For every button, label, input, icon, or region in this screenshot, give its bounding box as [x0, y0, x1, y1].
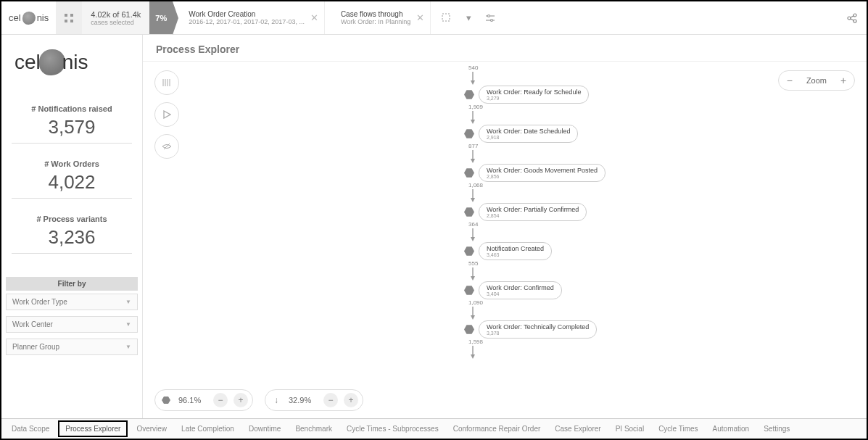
process-flow: 540Work Order: Ready for Schedule3,2791,… — [464, 65, 605, 360]
svg-marker-21 — [471, 80, 475, 85]
cases-count: 4.02k of 61.4k — [91, 10, 141, 19]
filter-chip-0[interactable]: Work Order Creation 2016-12, 2017-01, 20… — [183, 1, 325, 34]
svg-line-12 — [851, 15, 854, 17]
node-pill: Work Order: Technically Completed3,378 — [479, 320, 597, 339]
svg-rect-3 — [70, 20, 73, 22]
connections-slider: ↓ 32.9% − + — [265, 389, 363, 411]
edge-count: 1,090 — [468, 299, 605, 306]
filter-chip-1[interactable]: Case flows through Work Order: In Planni… — [335, 1, 431, 34]
menu-button[interactable] — [56, 1, 82, 34]
chevron-down-icon[interactable]: ▾ — [460, 9, 477, 27]
hexagon-icon — [464, 168, 474, 178]
edge-count: 555 — [468, 260, 605, 267]
hexagon-icon — [464, 286, 474, 296]
node-pill: Notification Created3,463 — [479, 242, 552, 260]
activities-slider: 96.1% − + — [154, 389, 253, 411]
zoom-out-button[interactable]: − — [779, 75, 801, 86]
tab-pi-social[interactable]: PI Social — [610, 422, 650, 436]
hexagon-icon — [464, 90, 474, 100]
svg-rect-1 — [70, 14, 73, 17]
tab-downtime[interactable]: Downtime — [243, 422, 286, 436]
dropdown-work-center[interactable]: Work Center▼ — [6, 316, 138, 333]
hexagon-icon — [464, 325, 474, 335]
hexagon-icon — [464, 246, 474, 257]
flow-node[interactable]: Work Order: Goods Movement Posted2,856 — [464, 164, 605, 182]
tab-case-explorer[interactable]: Case Explorer — [549, 422, 606, 436]
tab-data-scope[interactable]: Data Scope — [6, 422, 55, 436]
svg-marker-35 — [471, 354, 475, 359]
close-icon[interactable]: ✕ — [310, 12, 318, 23]
edge-count: 1,909 — [468, 104, 605, 110]
svg-rect-0 — [65, 14, 67, 17]
svg-rect-2 — [65, 20, 67, 22]
share-icon[interactable] — [838, 1, 867, 34]
tab-overview[interactable]: Overview — [131, 422, 173, 436]
tab-cycle-times[interactable]: Cycle Times — [653, 422, 703, 436]
detail-sliders: 96.1% − + ↓ 32.9% − + — [154, 389, 363, 411]
chevron-down-icon: ▼ — [125, 344, 131, 350]
svg-marker-29 — [471, 237, 475, 241]
canvas-tools — [154, 70, 179, 159]
edge-count: 1,068 — [468, 182, 605, 188]
node-pill: Work Order: Goods Movement Posted2,856 — [479, 164, 605, 182]
sidebar: celnis # Notifications raised 3,579 # Wo… — [1, 35, 143, 418]
svg-marker-23 — [471, 120, 475, 124]
visibility-icon[interactable] — [154, 134, 179, 159]
top-bar: celnis 4.02k of 61.4k cases selected 7% … — [1, 1, 867, 35]
tab-benchmark[interactable]: Benchmark — [289, 422, 338, 436]
zoom-in-button[interactable]: + — [832, 75, 854, 86]
page-title: Process Explorer — [143, 35, 867, 61]
node-pill: Work Order: Date Scheduled2,918 — [479, 125, 578, 143]
flow-node[interactable]: Work Order: Ready for Schedule3,279 — [464, 86, 605, 104]
settings-slider-icon[interactable] — [481, 9, 499, 27]
hexagon-icon — [160, 394, 173, 407]
hexagon-icon — [464, 129, 474, 139]
flow-node[interactable]: Work Order: Partially Confirmed2,854 — [464, 203, 605, 221]
tab-process-explorer[interactable]: Process Explorer — [58, 420, 128, 437]
increase-connections-button[interactable]: + — [344, 393, 358, 407]
logo-blob-icon — [39, 49, 65, 75]
zoom-label: Zoom — [801, 76, 832, 85]
kpi-notifications: # Notifications raised 3,579 — [12, 104, 132, 144]
edge-count: 364 — [468, 221, 605, 228]
flow-node[interactable]: Work Order: Date Scheduled2,918 — [464, 125, 605, 143]
process-canvas[interactable]: − Zoom + 540Work Order: Ready for Schedu… — [143, 61, 867, 418]
decrease-connections-button[interactable]: − — [323, 393, 338, 407]
svg-point-8 — [491, 19, 493, 21]
tab-cycle-times-subprocesses[interactable]: Cycle Times - Subprocesses — [341, 422, 445, 436]
dropdown-planner-group[interactable]: Planner Group▼ — [6, 339, 138, 355]
tab-conformance-repair-order[interactable]: Conformance Repair Order — [447, 422, 547, 436]
svg-point-10 — [853, 14, 856, 17]
measure-icon[interactable] — [154, 70, 179, 95]
main-panel: Process Explorer − Zoom + 540Work Order: — [143, 35, 867, 418]
close-icon[interactable]: ✕ — [416, 12, 424, 23]
decrease-activities-button[interactable]: − — [213, 393, 228, 407]
svg-rect-4 — [442, 14, 450, 21]
logo-small: celnis — [1, 1, 56, 34]
tab-settings[interactable]: Settings — [758, 422, 795, 436]
flow-node[interactable]: Notification Created3,463 — [464, 242, 605, 260]
svg-marker-33 — [471, 315, 475, 320]
flow-node[interactable]: Work Order: Confirmed3,404 — [464, 281, 605, 299]
svg-point-11 — [853, 20, 856, 22]
selection-tools: ▾ — [431, 1, 506, 34]
increase-activities-button[interactable]: + — [233, 393, 248, 407]
edge-count: 540 — [468, 65, 605, 71]
tab-late-completion[interactable]: Late Completion — [175, 422, 240, 436]
chevron-down-icon: ▼ — [125, 321, 131, 328]
node-pill: Work Order: Confirmed3,404 — [479, 281, 562, 299]
dropdown-work-order-type[interactable]: Work Order Type▼ — [6, 294, 138, 310]
logo-blob-icon — [22, 12, 36, 25]
percent-badge: 7% — [149, 1, 173, 34]
play-icon[interactable] — [154, 102, 179, 127]
svg-point-6 — [488, 14, 490, 17]
sheet-tabs: Data ScopeProcess ExplorerOverviewLate C… — [1, 418, 867, 439]
node-pill: Work Order: Ready for Schedule3,279 — [479, 86, 589, 104]
selection-icon[interactable] — [438, 9, 455, 27]
filter-by-header: Filter by — [6, 277, 138, 291]
flow-node[interactable]: Work Order: Technically Completed3,378 — [464, 320, 605, 339]
svg-marker-25 — [471, 159, 475, 163]
svg-point-9 — [848, 17, 851, 20]
tab-automation[interactable]: Automation — [707, 422, 756, 436]
cases-selected[interactable]: 4.02k of 61.4k cases selected — [82, 1, 149, 34]
